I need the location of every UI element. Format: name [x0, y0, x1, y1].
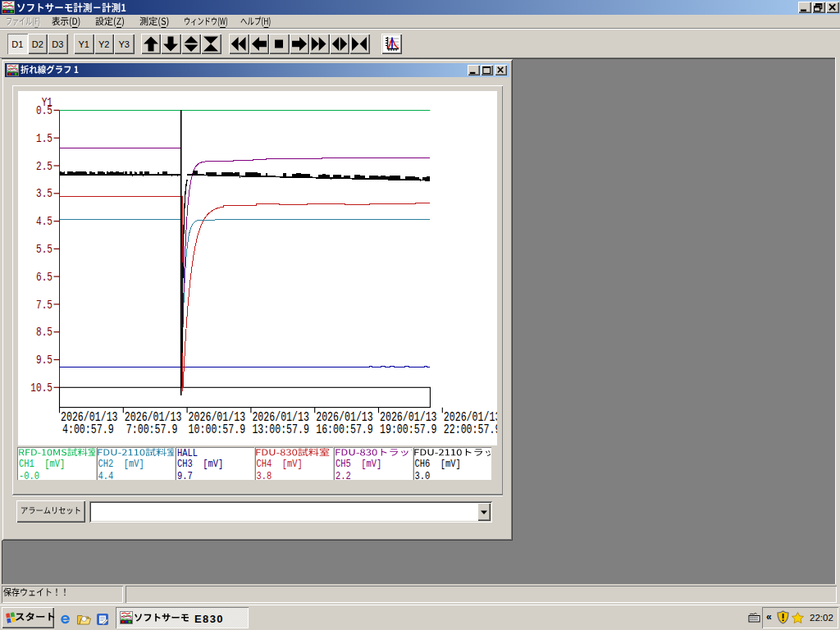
svg-text:10.5: 10.5	[30, 381, 52, 395]
svg-text:5.5: 5.5	[36, 243, 52, 257]
svg-text:2.5: 2.5	[36, 159, 52, 173]
svg-text:4:00:57.9: 4:00:57.9	[62, 422, 114, 437]
svg-text:1.5: 1.5	[36, 132, 52, 146]
svg-text:10:00:57.9: 10:00:57.9	[189, 422, 246, 437]
svg-text:3.5: 3.5	[36, 187, 52, 201]
svg-text:22:00:57.9: 22:00:57.9	[444, 422, 497, 437]
svg-text:8.5: 8.5	[36, 326, 52, 340]
svg-text:16:00:57.9: 16:00:57.9	[316, 422, 373, 437]
svg-text:13:00:57.9: 13:00:57.9	[252, 422, 309, 437]
svg-text:4.5: 4.5	[36, 215, 52, 229]
svg-text:19:00:57.9: 19:00:57.9	[380, 422, 437, 437]
svg-text:7:00:57.9: 7:00:57.9	[126, 422, 178, 437]
svg-text:6.5: 6.5	[36, 271, 52, 285]
svg-text:7.5: 7.5	[36, 298, 52, 312]
svg-text:Y1: Y1	[42, 95, 53, 109]
svg-text:9.5: 9.5	[36, 354, 52, 368]
